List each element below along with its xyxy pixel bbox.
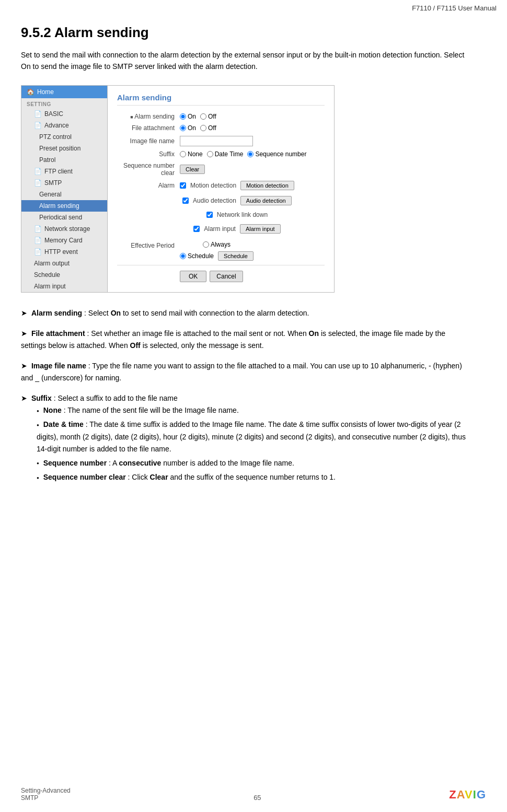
file-attachment-on[interactable]: On	[180, 124, 196, 132]
desc-suffix: ➤ Suffix : Select a suffix to add to the…	[21, 392, 470, 483]
network-link-down-row: Network link down	[206, 211, 268, 218]
sidebar-item-schedule[interactable]: Schedule	[21, 269, 107, 281]
alarm-sending-off-radio[interactable]	[200, 113, 206, 120]
ep-always-radio[interactable]	[203, 241, 209, 248]
doc-icon6: 📄	[34, 237, 42, 244]
sidebar-setting-label: SETTING	[21, 98, 107, 108]
alarm-sending-controls: On Off	[180, 113, 216, 120]
sidebar-home[interactable]: 🏠 Home	[21, 86, 107, 98]
footer-logo-area: ZAVIG	[444, 788, 486, 802]
audio-detection-checkbox[interactable]	[182, 198, 189, 204]
alarm-row: Alarm Motion detection Motion detection …	[117, 181, 325, 237]
alarm-label: Alarm	[117, 181, 180, 189]
form-title: Alarm sending	[117, 93, 325, 106]
effective-period-label: Effective Period	[117, 241, 180, 249]
home-icon: 🏠	[27, 88, 34, 96]
schedule-button[interactable]: Schedule	[218, 251, 254, 261]
suffix-bullet-list: None : The name of the sent file will be…	[21, 404, 470, 483]
ep-always[interactable]: Always	[203, 241, 231, 248]
ep-schedule[interactable]: Schedule	[180, 252, 214, 260]
footer-smtp-label: SMTP	[21, 794, 71, 802]
file-attachment-off-radio[interactable]	[200, 125, 206, 131]
sidebar-item-general[interactable]: General	[21, 189, 107, 200]
sidebar-item-http[interactable]: 📄 HTTP event	[21, 246, 107, 258]
desc-file-attachment: ➤ File attachment : Set whether an image…	[21, 328, 470, 352]
footer-left: Setting-Advanced SMTP	[21, 787, 71, 802]
description-section: ➤ Alarm sending : Select On to set to se…	[21, 307, 470, 483]
image-file-name-input[interactable]	[180, 136, 253, 146]
sidebar-item-smtp[interactable]: 📄 SMTP	[21, 177, 107, 189]
desc-image-file-name-term: Image file name	[31, 362, 86, 370]
ep-always-row: Always	[203, 241, 231, 248]
motion-detection-button[interactable]: Motion detection	[240, 181, 294, 190]
sidebar-item-ptz[interactable]: PTZ control	[21, 131, 107, 143]
file-attachment-off[interactable]: Off	[200, 124, 216, 132]
sidebar-item-alarm-sending[interactable]: Alarm sending	[21, 200, 107, 212]
doc-icon5: 📄	[34, 225, 42, 233]
ep-schedule-radio[interactable]	[180, 253, 186, 259]
desc-alarm-sending: ➤ Alarm sending : Select On to set to se…	[21, 307, 470, 319]
alarm-input-button[interactable]: Alarm input	[240, 224, 281, 234]
image-file-name-controls	[180, 136, 253, 146]
main-content: 9.5.2 Alarm sending Set to send the mail…	[0, 14, 507, 523]
sidebar-item-ftp[interactable]: 📄 FTP client	[21, 166, 107, 177]
alarm-controls: Motion detection Motion detection Audio …	[180, 181, 294, 237]
manual-title: F7110 / F7115 User Manual	[412, 4, 497, 12]
audio-detection-button[interactable]: Audio detection	[240, 196, 292, 205]
form-panel: Alarm sending ■ Alarm sending On Off	[108, 86, 334, 292]
file-attachment-on-radio[interactable]	[180, 125, 186, 131]
suffix-sequence-radio[interactable]	[247, 151, 254, 157]
alarm-sending-on-radio[interactable]	[180, 113, 186, 120]
alarm-sending-off[interactable]: Off	[200, 113, 216, 120]
alarm-input-checkbox[interactable]	[193, 226, 200, 232]
network-link-down-checkbox[interactable]	[206, 212, 213, 218]
clear-button[interactable]: Clear	[180, 165, 205, 174]
bullet-seq-clear: Sequence number clear : Click Clear and …	[37, 471, 470, 483]
zavig-logo: ZAVIG	[449, 788, 486, 802]
sidebar-item-alarm-input[interactable]: Alarm input	[21, 281, 107, 292]
alarm-sending-row: ■ Alarm sending On Off	[117, 113, 325, 120]
doc-icon4: 📄	[34, 179, 42, 187]
alarm-sending-on[interactable]: On	[180, 113, 196, 120]
sidebar: 🏠 Home SETTING 📄 BASIC 📄 Advance PTZ	[21, 86, 108, 292]
desc-file-attachment-term: File attachment	[31, 329, 85, 338]
screenshot-area: 🏠 Home SETTING 📄 BASIC 📄 Advance PTZ	[21, 85, 335, 293]
section-title: 9.5.2 Alarm sending	[21, 25, 486, 41]
doc-icon3: 📄	[34, 168, 42, 175]
suffix-none-radio[interactable]	[180, 151, 186, 157]
suffix-label: Suffix	[117, 150, 180, 158]
desc-alarm-sending-term: Alarm sending	[31, 309, 82, 317]
suffix-datetime-radio[interactable]	[207, 151, 213, 157]
sidebar-item-alarm-output[interactable]: Alarm output	[21, 258, 107, 269]
sidebar-item-memory-card[interactable]: 📄 Memory Card	[21, 235, 107, 246]
seq-clear-label: Sequence number clear	[117, 162, 180, 177]
sidebar-item-basic[interactable]: 📄 BASIC	[21, 108, 107, 120]
doc-icon7: 📄	[34, 248, 42, 256]
alarm-input-row: Alarm input Alarm input	[193, 224, 280, 234]
intro-paragraph: Set to send the mail with connection to …	[21, 49, 470, 73]
motion-detection-checkbox[interactable]	[180, 182, 186, 189]
sidebar-item-periodical[interactable]: Periodical send	[21, 212, 107, 223]
sidebar-item-preset[interactable]: Preset position	[21, 143, 107, 154]
desc-image-file-name: ➤ Image file name : Type the file name y…	[21, 360, 470, 384]
suffix-none[interactable]: None	[180, 150, 203, 158]
ok-cancel-row: OK Cancel	[117, 271, 325, 282]
footer-setting-label: Setting-Advanced	[21, 787, 71, 794]
effective-period-row: Effective Period Always Schedule	[117, 241, 325, 261]
cancel-button[interactable]: Cancel	[210, 271, 243, 282]
bullet-datetime: Date & time : The date & time suffix is …	[37, 419, 470, 455]
seq-clear-controls: Clear	[180, 165, 205, 174]
file-attachment-controls: On Off	[180, 124, 216, 132]
ok-button[interactable]: OK	[180, 271, 206, 282]
doc-icon: 📄	[34, 110, 42, 118]
doc-icon2: 📄	[34, 122, 42, 129]
footer-page-number: 65	[71, 794, 444, 802]
motion-detection-row: Motion detection Motion detection	[180, 181, 294, 190]
divider	[117, 265, 325, 265]
sidebar-item-network-storage[interactable]: 📄 Network storage	[21, 223, 107, 235]
desc-suffix-term: Suffix	[31, 394, 52, 402]
suffix-sequence[interactable]: Sequence number	[247, 150, 306, 158]
suffix-datetime[interactable]: Date Time	[207, 150, 244, 158]
sidebar-item-advance[interactable]: 📄 Advance	[21, 120, 107, 131]
sidebar-item-patrol[interactable]: Patrol	[21, 154, 107, 166]
